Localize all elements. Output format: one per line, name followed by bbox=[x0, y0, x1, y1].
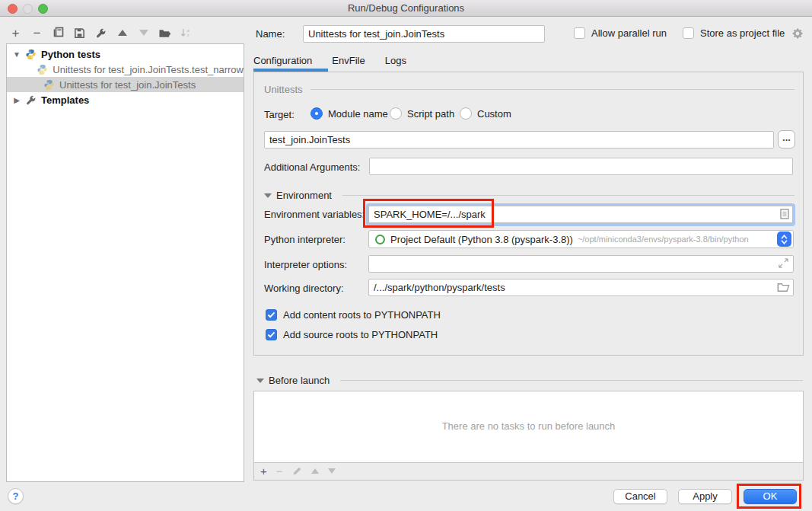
move-task-down-icon bbox=[328, 468, 336, 474]
python-icon bbox=[25, 49, 37, 60]
working-directory-label: Working directory: bbox=[264, 283, 344, 294]
content-roots-checkbox[interactable] bbox=[266, 309, 277, 321]
python-icon bbox=[43, 79, 55, 91]
svg-text:z: z bbox=[186, 32, 189, 37]
target-module-name-radio-row[interactable]: Module name bbox=[310, 107, 388, 120]
copy-icon bbox=[53, 27, 65, 39]
environment-variables-label: Environment variables: bbox=[264, 209, 365, 220]
before-launch-toolbar: + − bbox=[260, 463, 336, 478]
custom-label: Custom bbox=[477, 108, 511, 120]
wrench-icon bbox=[25, 94, 37, 106]
arrow-up-icon bbox=[118, 30, 127, 36]
module-name-label: Module name bbox=[328, 108, 388, 120]
interpreter-options-input[interactable] bbox=[368, 255, 794, 273]
tree-item-templates[interactable]: ▶ Templates bbox=[7, 92, 244, 107]
source-roots-label: Add source roots to PYTHONPATH bbox=[283, 329, 438, 340]
sort-az-icon: az bbox=[180, 27, 192, 39]
save-configuration-button[interactable] bbox=[73, 27, 86, 40]
move-down-button bbox=[137, 27, 150, 40]
unittests-group-title: Unittests bbox=[264, 84, 303, 95]
store-as-project-file-checkbox-row[interactable]: Store as project file bbox=[683, 27, 785, 39]
window-title: Run/Debug Configurations bbox=[0, 2, 812, 14]
tree-item-python-tests[interactable]: ▼ Python tests bbox=[7, 46, 244, 62]
target-custom-radio-row[interactable]: Custom bbox=[460, 107, 511, 120]
name-input[interactable] bbox=[303, 25, 545, 43]
python-interpreter-path: ~/opt/miniconda3/envs/pyspark-3.8/bin/py… bbox=[578, 235, 774, 244]
content-roots-checkbox-row[interactable]: Add content roots to PYTHONPATH bbox=[266, 309, 441, 321]
remove-configuration-button[interactable]: − bbox=[30, 27, 43, 40]
python-interpreter-dropdown[interactable]: Project Default (Python 3.8 (pyspark-3.8… bbox=[368, 230, 794, 248]
tab-envfile[interactable]: EnvFile bbox=[332, 52, 365, 72]
gear-icon[interactable] bbox=[791, 27, 804, 40]
configurations-tree: ▼ Python tests Unittests for test_join.J… bbox=[6, 43, 244, 482]
script-path-radio[interactable] bbox=[390, 107, 402, 120]
remove-task-button: − bbox=[276, 465, 283, 477]
add-task-button[interactable]: + bbox=[260, 465, 267, 477]
tree-item-jointests-selected[interactable]: Unittests for test_join.JoinTests bbox=[7, 77, 244, 92]
move-up-button[interactable] bbox=[116, 27, 129, 40]
source-roots-checkbox[interactable] bbox=[266, 329, 277, 340]
name-label: Name: bbox=[256, 28, 285, 40]
minus-icon: − bbox=[33, 27, 41, 40]
configurations-toolbar: + − az bbox=[9, 24, 193, 41]
collapse-triangle-icon bbox=[256, 378, 264, 383]
env-vars-highlight-box bbox=[363, 199, 494, 228]
cancel-button[interactable]: Cancel bbox=[613, 489, 667, 504]
allow-parallel-run-checkbox[interactable] bbox=[574, 27, 585, 39]
environment-section-title: Environment bbox=[276, 190, 332, 201]
group-divider bbox=[310, 89, 794, 90]
dropdown-stepper-icon[interactable] bbox=[777, 232, 791, 247]
before-launch-section-header[interactable]: Before launch bbox=[256, 375, 803, 386]
tab-logs[interactable]: Logs bbox=[385, 52, 406, 72]
store-as-project-file-checkbox[interactable] bbox=[683, 27, 694, 39]
module-name-radio[interactable] bbox=[310, 107, 323, 120]
run-debug-configurations-dialog: Run/Debug Configurations + − az ▼ Python… bbox=[0, 0, 812, 511]
copy-configuration-button[interactable] bbox=[52, 27, 65, 40]
save-icon bbox=[74, 27, 85, 39]
python-icon bbox=[37, 64, 48, 75]
content-roots-label: Add content roots to PYTHONPATH bbox=[283, 309, 441, 321]
section-divider bbox=[342, 195, 794, 196]
additional-arguments-input[interactable] bbox=[369, 158, 793, 175]
browse-button[interactable]: ... bbox=[778, 130, 795, 149]
arrow-down-icon bbox=[139, 30, 148, 36]
custom-radio[interactable] bbox=[460, 107, 472, 120]
help-button[interactable]: ? bbox=[8, 488, 24, 504]
python-interpreter-label: Python interpreter: bbox=[264, 234, 345, 245]
interpreter-options-label: Interpreter options: bbox=[264, 259, 347, 270]
edit-templates-button[interactable] bbox=[94, 27, 107, 40]
source-roots-checkbox-row[interactable]: Add source roots to PYTHONPATH bbox=[266, 329, 438, 340]
add-configuration-button[interactable]: + bbox=[9, 27, 22, 40]
create-folder-button[interactable] bbox=[158, 27, 171, 40]
target-script-path-radio-row[interactable]: Script path bbox=[390, 107, 454, 120]
folder-icon[interactable] bbox=[777, 282, 790, 293]
section-divider bbox=[340, 380, 803, 381]
sort-configurations-button: az bbox=[180, 27, 193, 40]
chevron-right-icon[interactable]: ▶ bbox=[13, 96, 21, 104]
target-label: Target: bbox=[264, 109, 295, 120]
move-task-up-icon bbox=[311, 468, 319, 474]
ok-button-highlight-box bbox=[737, 484, 801, 509]
tree-item-test-narrow[interactable]: Unittests for test_join.JoinTests.test_n… bbox=[7, 62, 244, 77]
before-launch-panel: There are no tasks to run before launch … bbox=[253, 391, 804, 481]
tree-item-label: Unittests for test_join.JoinTests bbox=[59, 79, 196, 91]
chevron-down-icon[interactable]: ▼ bbox=[13, 50, 21, 59]
env-vars-list-icon[interactable] bbox=[779, 208, 791, 220]
tree-item-label: Python tests bbox=[41, 49, 100, 60]
edit-task-pencil-icon bbox=[292, 466, 302, 476]
wrench-icon bbox=[95, 27, 107, 39]
before-launch-empty-text: There are no tasks to run before launch bbox=[254, 420, 803, 432]
collapse-triangle-icon bbox=[264, 193, 272, 198]
working-directory-input[interactable] bbox=[368, 279, 794, 296]
environment-section-header[interactable]: Environment bbox=[264, 190, 794, 201]
title-bar: Run/Debug Configurations bbox=[0, 0, 812, 17]
plus-icon: + bbox=[12, 27, 20, 40]
apply-button[interactable]: Apply bbox=[678, 489, 732, 504]
script-path-label: Script path bbox=[407, 108, 454, 120]
target-input[interactable] bbox=[264, 131, 774, 149]
tree-item-label: Templates bbox=[41, 94, 89, 106]
expand-field-icon[interactable] bbox=[778, 257, 789, 269]
allow-parallel-run-checkbox-row[interactable]: Allow parallel run bbox=[574, 27, 667, 39]
before-launch-task-list[interactable]: There are no tasks to run before launch bbox=[254, 391, 803, 463]
python-interpreter-value: Project Default (Python 3.8 (pyspark-3.8… bbox=[390, 234, 573, 245]
